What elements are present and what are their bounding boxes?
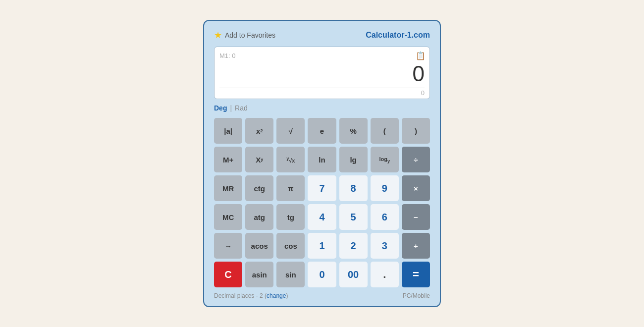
double-zero-button[interactable]: 00: [339, 262, 368, 287]
deg-mode[interactable]: Deg: [214, 104, 227, 112]
brand-label: Calculator-1.com: [366, 31, 430, 40]
five-button[interactable]: 5: [339, 204, 368, 230]
memory-display: M1: 0: [219, 52, 236, 59]
atg-button[interactable]: atg: [245, 204, 273, 230]
two-button[interactable]: 2: [339, 233, 368, 259]
zero-button[interactable]: 0: [308, 262, 336, 287]
percent-button[interactable]: %: [339, 118, 368, 144]
close-paren-button[interactable]: ): [402, 118, 430, 144]
secondary-display: 0: [219, 89, 425, 97]
display: M1: 0 📋 0 0: [214, 47, 430, 99]
ln-button[interactable]: ln: [308, 147, 336, 172]
logy-button[interactable]: logy: [371, 147, 399, 172]
asin-button[interactable]: asin: [245, 262, 273, 287]
star-icon: ★: [214, 30, 222, 41]
mode-separator: |: [230, 104, 232, 112]
divide-button[interactable]: ÷: [402, 147, 430, 172]
abs-button[interactable]: |a|: [214, 118, 242, 144]
minus-button[interactable]: −: [402, 204, 430, 230]
arrow-button[interactable]: →: [214, 233, 242, 259]
clear-button[interactable]: C: [214, 262, 242, 287]
tg-button[interactable]: tg: [276, 204, 305, 230]
equals-button[interactable]: =: [402, 262, 430, 287]
open-paren-button[interactable]: (: [371, 118, 399, 144]
one-button[interactable]: 1: [308, 233, 336, 259]
display-divider: [219, 88, 425, 88]
clipboard-icon[interactable]: 📋: [416, 51, 426, 60]
rad-mode[interactable]: Rad: [235, 104, 248, 112]
calculator: ★ Add to Favorites Calculator-1.com M1: …: [203, 20, 441, 307]
acos-button[interactable]: acos: [245, 233, 273, 259]
multiply-button[interactable]: ×: [402, 175, 430, 201]
buttons-grid: |a| x2 √ e % ( ) M+ Xy y√x ln lg logy ÷ …: [214, 118, 430, 287]
footer: Decimal places - 2 (change) PC/Mobile: [214, 292, 430, 299]
decimal-info: Decimal places - 2 (change): [214, 292, 288, 299]
platform-label: PC/Mobile: [403, 292, 430, 299]
eight-button[interactable]: 8: [339, 175, 368, 201]
header: ★ Add to Favorites Calculator-1.com: [214, 30, 430, 41]
three-button[interactable]: 3: [371, 233, 399, 259]
lg-button[interactable]: lg: [339, 147, 368, 172]
e-button[interactable]: e: [308, 118, 336, 144]
nine-button[interactable]: 9: [371, 175, 399, 201]
yroot-button[interactable]: y√x: [276, 147, 305, 172]
decimal-label: Decimal places - 2: [214, 292, 263, 299]
favorites-label: Add to Favorites: [225, 31, 275, 39]
cos-button[interactable]: cos: [276, 233, 305, 259]
power-button[interactable]: Xy: [245, 147, 273, 172]
main-display: 0: [219, 60, 425, 87]
sin-button[interactable]: sin: [276, 262, 305, 287]
seven-button[interactable]: 7: [308, 175, 336, 201]
change-link[interactable]: change: [267, 292, 286, 299]
plus-button[interactable]: +: [402, 233, 430, 259]
pi-button[interactable]: π: [276, 175, 305, 201]
mc-button[interactable]: MC: [214, 204, 242, 230]
m-plus-button[interactable]: M+: [214, 147, 242, 172]
four-button[interactable]: 4: [308, 204, 336, 230]
ctg-button[interactable]: ctg: [245, 175, 273, 201]
mode-row: Deg | Rad: [214, 104, 430, 112]
decimal-button[interactable]: .: [371, 262, 399, 287]
mr-button[interactable]: MR: [214, 175, 242, 201]
six-button[interactable]: 6: [371, 204, 399, 230]
add-favorites-link[interactable]: ★ Add to Favorites: [214, 30, 275, 41]
square-button[interactable]: x2: [245, 118, 273, 144]
sqrt-button[interactable]: √: [276, 118, 305, 144]
